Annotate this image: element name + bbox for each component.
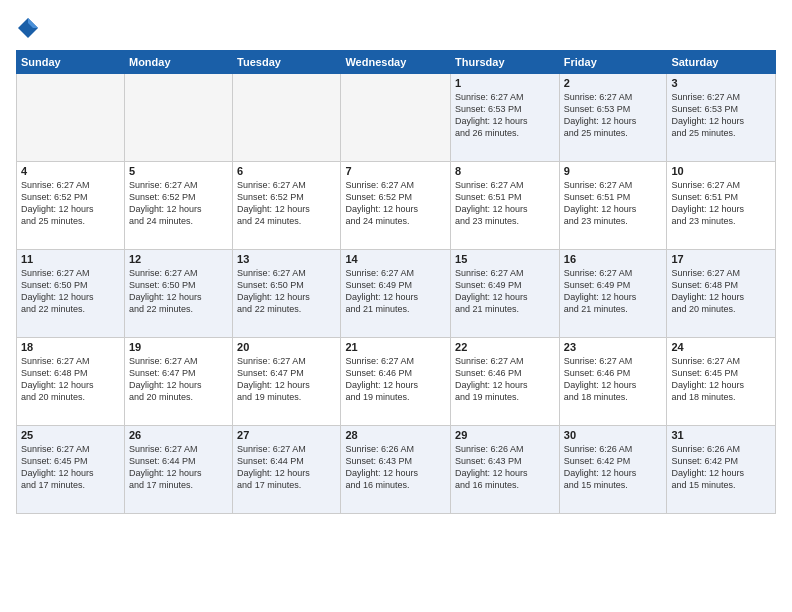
calendar-day-cell: 22Sunrise: 6:27 AMSunset: 6:46 PMDayligh… [451, 338, 560, 426]
calendar-day-cell: 27Sunrise: 6:27 AMSunset: 6:44 PMDayligh… [233, 426, 341, 514]
weekday-header-friday: Friday [559, 51, 667, 74]
day-info: Sunrise: 6:27 AMSunset: 6:46 PMDaylight:… [345, 355, 446, 404]
weekday-header-row: SundayMondayTuesdayWednesdayThursdayFrid… [17, 51, 776, 74]
calendar-day-cell: 23Sunrise: 6:27 AMSunset: 6:46 PMDayligh… [559, 338, 667, 426]
calendar-day-cell: 31Sunrise: 6:26 AMSunset: 6:42 PMDayligh… [667, 426, 776, 514]
logo [16, 16, 44, 40]
day-info: Sunrise: 6:27 AMSunset: 6:49 PMDaylight:… [345, 267, 446, 316]
calendar-table: SundayMondayTuesdayWednesdayThursdayFrid… [16, 50, 776, 514]
day-number: 18 [21, 341, 120, 353]
day-number: 26 [129, 429, 228, 441]
day-info: Sunrise: 6:27 AMSunset: 6:49 PMDaylight:… [455, 267, 555, 316]
day-number: 17 [671, 253, 771, 265]
calendar-day-cell [124, 74, 232, 162]
calendar-day-cell: 2Sunrise: 6:27 AMSunset: 6:53 PMDaylight… [559, 74, 667, 162]
day-info: Sunrise: 6:27 AMSunset: 6:45 PMDaylight:… [671, 355, 771, 404]
day-info: Sunrise: 6:27 AMSunset: 6:47 PMDaylight:… [237, 355, 336, 404]
day-info: Sunrise: 6:27 AMSunset: 6:51 PMDaylight:… [455, 179, 555, 228]
calendar-page: SundayMondayTuesdayWednesdayThursdayFrid… [0, 0, 792, 612]
calendar-day-cell: 28Sunrise: 6:26 AMSunset: 6:43 PMDayligh… [341, 426, 451, 514]
day-number: 27 [237, 429, 336, 441]
day-info: Sunrise: 6:26 AMSunset: 6:42 PMDaylight:… [671, 443, 771, 492]
calendar-week-row: 11Sunrise: 6:27 AMSunset: 6:50 PMDayligh… [17, 250, 776, 338]
calendar-day-cell: 19Sunrise: 6:27 AMSunset: 6:47 PMDayligh… [124, 338, 232, 426]
day-number: 28 [345, 429, 446, 441]
calendar-day-cell [17, 74, 125, 162]
calendar-day-cell: 3Sunrise: 6:27 AMSunset: 6:53 PMDaylight… [667, 74, 776, 162]
day-number: 15 [455, 253, 555, 265]
day-info: Sunrise: 6:27 AMSunset: 6:48 PMDaylight:… [671, 267, 771, 316]
day-number: 22 [455, 341, 555, 353]
day-info: Sunrise: 6:27 AMSunset: 6:51 PMDaylight:… [671, 179, 771, 228]
day-number: 16 [564, 253, 663, 265]
day-info: Sunrise: 6:27 AMSunset: 6:50 PMDaylight:… [129, 267, 228, 316]
day-info: Sunrise: 6:27 AMSunset: 6:48 PMDaylight:… [21, 355, 120, 404]
day-info: Sunrise: 6:26 AMSunset: 6:42 PMDaylight:… [564, 443, 663, 492]
weekday-header-sunday: Sunday [17, 51, 125, 74]
day-info: Sunrise: 6:27 AMSunset: 6:52 PMDaylight:… [345, 179, 446, 228]
day-info: Sunrise: 6:27 AMSunset: 6:44 PMDaylight:… [237, 443, 336, 492]
calendar-day-cell: 18Sunrise: 6:27 AMSunset: 6:48 PMDayligh… [17, 338, 125, 426]
weekday-header-thursday: Thursday [451, 51, 560, 74]
day-number: 5 [129, 165, 228, 177]
day-number: 11 [21, 253, 120, 265]
day-info: Sunrise: 6:27 AMSunset: 6:52 PMDaylight:… [129, 179, 228, 228]
day-info: Sunrise: 6:27 AMSunset: 6:44 PMDaylight:… [129, 443, 228, 492]
weekday-header-saturday: Saturday [667, 51, 776, 74]
logo-icon [16, 16, 40, 40]
weekday-header-monday: Monday [124, 51, 232, 74]
day-info: Sunrise: 6:26 AMSunset: 6:43 PMDaylight:… [345, 443, 446, 492]
calendar-day-cell [233, 74, 341, 162]
day-info: Sunrise: 6:27 AMSunset: 6:45 PMDaylight:… [21, 443, 120, 492]
day-number: 30 [564, 429, 663, 441]
day-number: 13 [237, 253, 336, 265]
header [16, 16, 776, 40]
day-number: 12 [129, 253, 228, 265]
day-number: 3 [671, 77, 771, 89]
calendar-day-cell: 29Sunrise: 6:26 AMSunset: 6:43 PMDayligh… [451, 426, 560, 514]
day-number: 8 [455, 165, 555, 177]
calendar-week-row: 1Sunrise: 6:27 AMSunset: 6:53 PMDaylight… [17, 74, 776, 162]
day-info: Sunrise: 6:27 AMSunset: 6:52 PMDaylight:… [237, 179, 336, 228]
calendar-day-cell: 15Sunrise: 6:27 AMSunset: 6:49 PMDayligh… [451, 250, 560, 338]
day-number: 20 [237, 341, 336, 353]
day-number: 19 [129, 341, 228, 353]
weekday-header-tuesday: Tuesday [233, 51, 341, 74]
day-number: 31 [671, 429, 771, 441]
day-number: 14 [345, 253, 446, 265]
day-number: 2 [564, 77, 663, 89]
calendar-day-cell: 4Sunrise: 6:27 AMSunset: 6:52 PMDaylight… [17, 162, 125, 250]
day-info: Sunrise: 6:27 AMSunset: 6:51 PMDaylight:… [564, 179, 663, 228]
calendar-day-cell: 30Sunrise: 6:26 AMSunset: 6:42 PMDayligh… [559, 426, 667, 514]
calendar-day-cell: 12Sunrise: 6:27 AMSunset: 6:50 PMDayligh… [124, 250, 232, 338]
day-info: Sunrise: 6:27 AMSunset: 6:50 PMDaylight:… [237, 267, 336, 316]
calendar-day-cell: 6Sunrise: 6:27 AMSunset: 6:52 PMDaylight… [233, 162, 341, 250]
day-number: 10 [671, 165, 771, 177]
day-info: Sunrise: 6:27 AMSunset: 6:53 PMDaylight:… [671, 91, 771, 140]
day-info: Sunrise: 6:27 AMSunset: 6:53 PMDaylight:… [564, 91, 663, 140]
day-info: Sunrise: 6:27 AMSunset: 6:47 PMDaylight:… [129, 355, 228, 404]
day-number: 25 [21, 429, 120, 441]
calendar-day-cell: 10Sunrise: 6:27 AMSunset: 6:51 PMDayligh… [667, 162, 776, 250]
calendar-day-cell: 13Sunrise: 6:27 AMSunset: 6:50 PMDayligh… [233, 250, 341, 338]
calendar-day-cell: 11Sunrise: 6:27 AMSunset: 6:50 PMDayligh… [17, 250, 125, 338]
calendar-day-cell: 7Sunrise: 6:27 AMSunset: 6:52 PMDaylight… [341, 162, 451, 250]
calendar-day-cell: 1Sunrise: 6:27 AMSunset: 6:53 PMDaylight… [451, 74, 560, 162]
calendar-week-row: 4Sunrise: 6:27 AMSunset: 6:52 PMDaylight… [17, 162, 776, 250]
calendar-day-cell: 25Sunrise: 6:27 AMSunset: 6:45 PMDayligh… [17, 426, 125, 514]
day-number: 6 [237, 165, 336, 177]
day-info: Sunrise: 6:27 AMSunset: 6:53 PMDaylight:… [455, 91, 555, 140]
day-info: Sunrise: 6:27 AMSunset: 6:46 PMDaylight:… [455, 355, 555, 404]
calendar-day-cell: 9Sunrise: 6:27 AMSunset: 6:51 PMDaylight… [559, 162, 667, 250]
day-info: Sunrise: 6:27 AMSunset: 6:46 PMDaylight:… [564, 355, 663, 404]
day-info: Sunrise: 6:27 AMSunset: 6:49 PMDaylight:… [564, 267, 663, 316]
day-number: 1 [455, 77, 555, 89]
calendar-day-cell: 24Sunrise: 6:27 AMSunset: 6:45 PMDayligh… [667, 338, 776, 426]
calendar-day-cell: 17Sunrise: 6:27 AMSunset: 6:48 PMDayligh… [667, 250, 776, 338]
calendar-week-row: 25Sunrise: 6:27 AMSunset: 6:45 PMDayligh… [17, 426, 776, 514]
day-number: 23 [564, 341, 663, 353]
calendar-day-cell: 26Sunrise: 6:27 AMSunset: 6:44 PMDayligh… [124, 426, 232, 514]
calendar-day-cell: 5Sunrise: 6:27 AMSunset: 6:52 PMDaylight… [124, 162, 232, 250]
day-number: 21 [345, 341, 446, 353]
weekday-header-wednesday: Wednesday [341, 51, 451, 74]
